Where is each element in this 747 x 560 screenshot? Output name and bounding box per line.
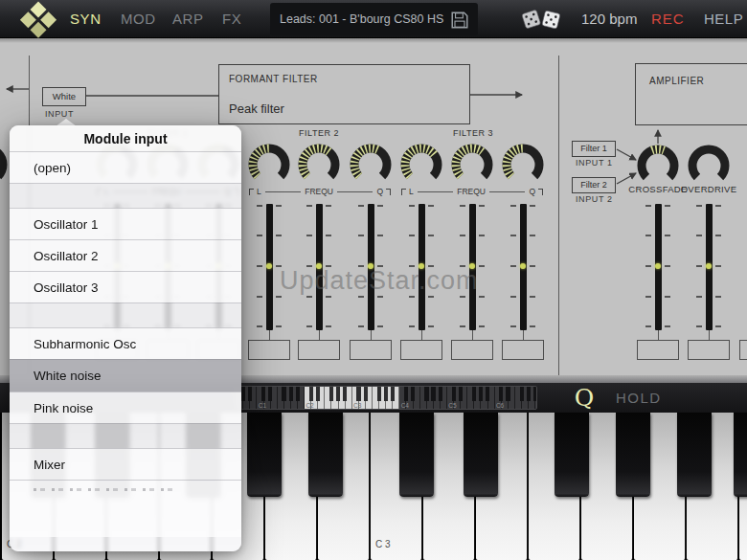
- preset-selector[interactable]: Leads: 001 - B'bourg CS80 HS: [270, 3, 478, 35]
- fader-tick: [428, 235, 434, 236]
- mini-key-black: [289, 387, 293, 401]
- mini-key-black: [391, 387, 395, 401]
- tempo-display[interactable]: 120 bpm: [581, 0, 637, 38]
- menu-spacer: [10, 423, 241, 448]
- filter-input-selector[interactable]: White: [42, 87, 86, 106]
- help-button[interactable]: HELP: [704, 0, 743, 38]
- piano-key-black[interactable]: [399, 413, 434, 497]
- group-title-filter-2: FILTER 2: [299, 128, 339, 138]
- knob-filter-2-q[interactable]: [348, 142, 394, 188]
- fader-tick: [530, 265, 535, 267]
- mini-key-black: [343, 387, 347, 401]
- knob-overdrive[interactable]: [686, 143, 732, 189]
- knob-filter-3-frequ[interactable]: [449, 142, 495, 188]
- menu-item-mixer[interactable]: Mixer: [10, 448, 241, 480]
- menu-item-white-noise[interactable]: White noise: [10, 359, 241, 392]
- piano-key-black[interactable]: [308, 413, 343, 497]
- menu-item-clipped[interactable]: [10, 480, 241, 537]
- randomize-button[interactable]: [520, 7, 566, 34]
- fader-tick: [645, 325, 651, 327]
- piano-key-black[interactable]: [616, 413, 650, 497]
- fader-tick: [409, 235, 415, 236]
- mini-key-black: [459, 387, 463, 401]
- mini-key-black: [424, 387, 428, 401]
- mini-key-black: [282, 387, 285, 401]
- mini-key-black: [336, 387, 340, 401]
- fader-tick: [257, 296, 262, 298]
- menu-item-oscillator-1[interactable]: Oscillator 1: [10, 208, 241, 239]
- fader-filter-2-l[interactable]: [266, 204, 273, 330]
- tab-arp[interactable]: ARP: [172, 0, 204, 38]
- fader-tick: [696, 205, 702, 207]
- formant-filter-module[interactable]: FORMANT FILTER Peak filter: [218, 64, 470, 124]
- fader-tick: [715, 205, 721, 207]
- record-button[interactable]: REC: [651, 0, 685, 38]
- fader-tick: [257, 265, 262, 267]
- tab-fx[interactable]: FX: [222, 0, 241, 38]
- fader-wire: [709, 330, 710, 340]
- fader-tick: [306, 205, 312, 207]
- amp-input1-source[interactable]: Filter 1: [572, 141, 616, 157]
- mini-key-black: [472, 387, 476, 401]
- piano-key-black[interactable]: [555, 413, 589, 497]
- fader-wire: [371, 330, 372, 340]
- knob-filter-3-l[interactable]: [398, 142, 444, 188]
- fader-tick: [715, 325, 721, 327]
- fader-tick: [510, 265, 516, 267]
- value-box: [739, 340, 747, 360]
- popover-list: (open)Oscillator 1Oscillator 2Oscillator…: [10, 151, 241, 537]
- fader-tick: [428, 296, 434, 298]
- knob-filter-3-q[interactable]: [500, 142, 546, 188]
- tab-mod[interactable]: MOD: [121, 0, 156, 38]
- fader-tick: [715, 235, 721, 236]
- fader-tick: [696, 325, 702, 327]
- save-button[interactable]: [450, 11, 469, 30]
- value-box: [451, 340, 493, 360]
- menu-item-pink-noise[interactable]: Pink noise: [10, 392, 241, 423]
- fader-tick: [358, 296, 364, 298]
- menu-item-subharmonic-osc[interactable]: Subharmonic Osc: [10, 327, 241, 359]
- hold-button[interactable]: HOLD: [616, 383, 662, 413]
- fader-tick: [326, 325, 331, 327]
- formant-filter-type: Peak filter: [229, 101, 284, 116]
- fader-tick: [696, 265, 702, 267]
- fader-tick: [460, 325, 465, 327]
- mini-key-black: [452, 387, 456, 401]
- floppy-disk-icon: [450, 11, 469, 30]
- fader-overdrive[interactable]: [706, 204, 713, 330]
- menu-item-oscillator-3[interactable]: Oscillator 3: [10, 271, 241, 302]
- fader-tick: [530, 235, 535, 236]
- popover-body: Module input (open)Oscillator 1Oscillato…: [10, 125, 241, 551]
- menu-item-oscillator-2[interactable]: Oscillator 2: [10, 239, 241, 271]
- clipped-text: [34, 488, 177, 491]
- fader-tick: [358, 205, 364, 207]
- knob-edge-partial[interactable]: [0, 142, 10, 188]
- menu-item-open[interactable]: (open): [10, 151, 241, 183]
- knob-crossfade[interactable]: [635, 143, 681, 189]
- mini-key-black: [527, 387, 531, 401]
- fader-tick: [479, 296, 485, 298]
- value-box: [502, 340, 544, 360]
- piano-key-black[interactable]: [247, 413, 282, 497]
- knob-filter-2-frequ[interactable]: [296, 142, 342, 188]
- amp-input2-source[interactable]: Filter 2: [572, 177, 616, 193]
- piano-key-black[interactable]: [734, 413, 747, 497]
- fader-tick: [696, 296, 702, 298]
- knob-filter-2-l[interactable]: [246, 142, 292, 188]
- fader-led: [266, 263, 272, 269]
- mini-key-black: [404, 387, 408, 401]
- fader-tick: [377, 325, 383, 327]
- fader-tick: [645, 296, 651, 298]
- fader-filter-3-q[interactable]: [520, 204, 527, 330]
- amplifier-module[interactable]: AMPLIFIER: [635, 63, 747, 125]
- piano-key-black[interactable]: [464, 413, 498, 497]
- quantize-button[interactable]: Q: [571, 384, 598, 412]
- fader-tick: [665, 265, 670, 267]
- fader-crossfade[interactable]: [655, 204, 662, 330]
- tab-syn[interactable]: SYN: [70, 0, 102, 38]
- amp-input2-label: INPUT 2: [576, 194, 613, 204]
- keyboard-overview[interactable]: C1C2C3C4C5C6: [236, 386, 537, 410]
- value-box: [248, 340, 290, 360]
- piano-key-black[interactable]: [677, 413, 712, 497]
- mini-octave-label: C6: [496, 402, 504, 409]
